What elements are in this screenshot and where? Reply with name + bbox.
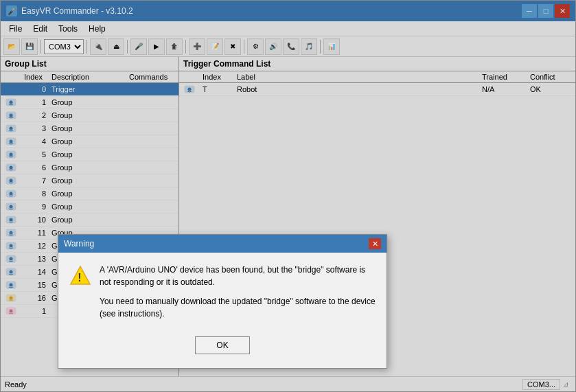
warning-icon: !: [69, 265, 91, 287]
main-window: 🎤 EasyVR Commander - v3.10.2 ─ □ ✕ File …: [0, 0, 576, 392]
dialog-overlay: Warning ✕ ! A 'AVR/Arduino UNO' device h…: [1, 1, 575, 391]
dialog-message-2: You need to manually download the update…: [100, 295, 376, 320]
dialog-message-area: ! A 'AVR/Arduino UNO' device has been fo…: [69, 264, 376, 320]
warning-dialog: Warning ✕ ! A 'AVR/Arduino UNO' device h…: [58, 234, 387, 369]
dialog-title: Warning: [64, 239, 94, 249]
svg-text:!: !: [78, 272, 81, 284]
dialog-message-1: A 'AVR/Arduino UNO' device has been foun…: [100, 264, 376, 288]
dialog-title-bar: Warning ✕: [58, 235, 387, 253]
dialog-close-button[interactable]: ✕: [369, 238, 381, 249]
dialog-content: ! A 'AVR/Arduino UNO' device has been fo…: [58, 253, 387, 368]
dialog-buttons: OK: [69, 331, 376, 357]
dialog-message-text: A 'AVR/Arduino UNO' device has been foun…: [100, 264, 376, 320]
dialog-ok-button[interactable]: OK: [195, 336, 250, 354]
